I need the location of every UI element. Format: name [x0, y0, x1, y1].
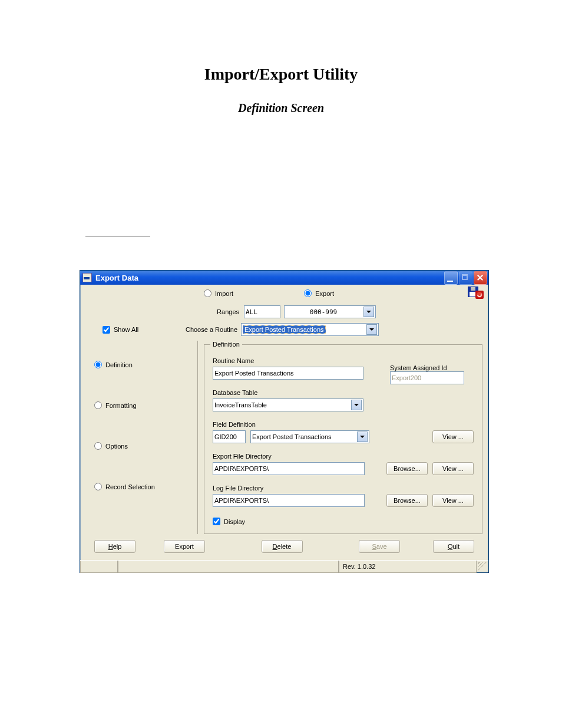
quit-button[interactable]: Quit	[433, 540, 474, 553]
routine-name-label: Routine Name	[213, 357, 474, 364]
chevron-down-icon[interactable]	[366, 324, 377, 335]
log-dir-label: Log File Directory	[213, 485, 381, 492]
tab-formatting[interactable]: Formatting	[94, 401, 197, 409]
tab-formatting-label: Formatting	[105, 402, 137, 409]
mode-import-label: Import	[215, 290, 233, 297]
save-button: Save	[359, 540, 400, 553]
export-dir-browse-button[interactable]: Browse...	[386, 462, 428, 475]
app-form-icon	[82, 273, 92, 282]
page-subtitle: Definition Screen	[0, 101, 562, 115]
mode-export-label: Export	[315, 290, 334, 297]
system-id-label: System Assigned Id	[390, 364, 464, 371]
tab-options[interactable]: Options	[94, 442, 197, 450]
field-def-label: Field Definition	[213, 421, 369, 428]
window-export-data: Export Data Import	[80, 270, 489, 573]
choose-routine-combo[interactable]: Export Posted Transactions	[241, 323, 379, 336]
help-label-rest: elp	[113, 543, 122, 550]
maximize-button	[459, 271, 472, 285]
svg-rect-2	[471, 287, 475, 291]
export-button[interactable]: Export	[164, 540, 205, 553]
section-underline	[85, 236, 150, 236]
save-label-rest: ave	[376, 543, 387, 550]
ranges-range-combo[interactable]: 000-999	[284, 305, 376, 318]
field-def-value: Export Posted Transactions	[252, 433, 355, 440]
export-dir-view-button[interactable]: View ...	[432, 462, 474, 475]
log-dir-input[interactable]	[213, 494, 365, 507]
close-button[interactable]	[474, 271, 487, 285]
db-table-combo[interactable]: InvoiceTransTable	[213, 398, 363, 411]
show-all-checkbox[interactable]: Show All	[103, 326, 179, 334]
choose-routine-label: Choose a Routine	[179, 326, 241, 333]
definition-group: Definition System Assigned Id Routine Na…	[204, 341, 482, 534]
field-def-combo[interactable]: Export Posted Transactions	[250, 430, 369, 443]
tab-definition-label: Definition	[105, 361, 133, 368]
export-dir-label: Export File Directory	[213, 453, 381, 460]
help-button[interactable]: Help	[94, 540, 135, 553]
quit-label-rest: uit	[452, 543, 459, 550]
show-all-label: Show All	[114, 326, 138, 333]
field-def-view-button[interactable]: View ...	[432, 430, 474, 443]
minimize-button[interactable]	[444, 271, 458, 285]
mode-export-radio[interactable]: Export	[304, 289, 334, 297]
db-table-value: InvoiceTransTable	[214, 401, 349, 409]
resize-grip-icon[interactable]	[478, 562, 487, 571]
log-dir-browse-button[interactable]: Browse...	[386, 494, 428, 507]
ranges-range-value: 000-999	[286, 308, 361, 316]
chevron-down-icon[interactable]	[351, 400, 362, 410]
ranges-code-input[interactable]	[244, 305, 280, 318]
status-cell-1	[80, 561, 118, 573]
field-def-code-input[interactable]	[213, 430, 246, 443]
mode-import-radio[interactable]: Import	[204, 289, 233, 297]
routine-name-input[interactable]	[213, 367, 363, 380]
titlebar[interactable]: Export Data	[80, 271, 488, 285]
display-label: Display	[224, 518, 245, 525]
db-table-label: Database Table	[213, 389, 474, 396]
save-disk-icon[interactable]	[467, 286, 485, 301]
status-rev: Rev. 1.0.32	[339, 561, 477, 573]
tab-record-selection-label: Record Selection	[105, 483, 155, 490]
tab-definition[interactable]: Definition	[94, 361, 197, 368]
log-dir-view-button[interactable]: View ...	[432, 494, 474, 507]
system-id-field	[390, 371, 464, 384]
status-cell-2	[118, 561, 339, 573]
display-checkbox[interactable]: Display	[213, 518, 474, 525]
page-title: Import/Export Utility	[0, 65, 562, 84]
ranges-label: Ranges	[86, 308, 244, 315]
chevron-down-icon[interactable]	[357, 431, 368, 442]
tab-record-selection[interactable]: Record Selection	[94, 483, 197, 490]
export-dir-input[interactable]	[213, 462, 365, 475]
definition-legend: Definition	[210, 341, 242, 348]
delete-label-rest: elete	[277, 543, 292, 550]
choose-routine-value: Export Posted Transactions	[243, 325, 326, 334]
window-title: Export Data	[95, 274, 138, 282]
delete-button[interactable]: Delete	[262, 540, 303, 553]
status-bar: Rev. 1.0.32	[80, 560, 488, 572]
tab-options-label: Options	[105, 443, 128, 450]
chevron-down-icon[interactable]	[363, 307, 374, 317]
